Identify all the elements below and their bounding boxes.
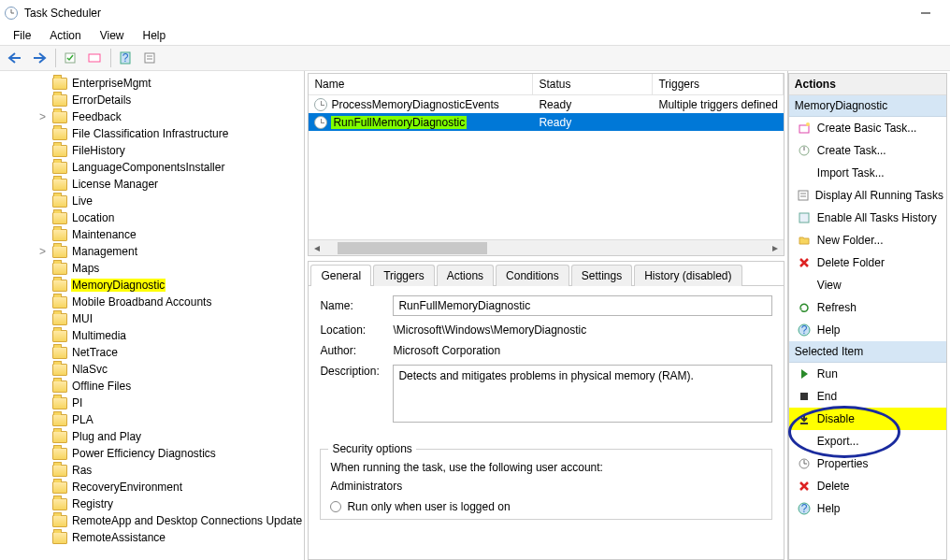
menu-view[interactable]: View [91,27,134,44]
tree-item-label: Maps [71,262,100,275]
forward-button[interactable] [28,48,50,68]
action-item-label: View [817,279,842,292]
tree-item[interactable]: MUI [0,310,304,327]
col-triggers[interactable]: Triggers [653,74,783,94]
menu-file[interactable]: File [4,27,40,44]
tab-general[interactable]: General [310,265,371,286]
tree-item[interactable]: Power Efficiency Diagnostics [0,445,304,462]
tree-item[interactable]: Mobile Broadband Accounts [0,294,304,310]
action-item[interactable]: Properties [789,452,946,475]
author-value: Microsoft Corporation [393,344,771,357]
col-name[interactable]: Name [309,74,533,94]
action-item[interactable]: Delete [789,475,946,497]
tree-item[interactable]: FileHistory [0,142,304,159]
name-field[interactable] [393,295,771,316]
toolbar-help-button[interactable]: ? [114,48,137,68]
toolbar-action-button[interactable] [59,48,81,68]
tree-item[interactable]: PI [0,395,304,411]
tree-item-label: NlaSvc [71,363,108,376]
action-item[interactable]: Create Task... [789,139,946,162]
tree-item[interactable]: PLA [0,411,304,428]
action-item[interactable]: Export... [789,430,946,452]
action-item[interactable]: View [789,274,946,296]
back-button[interactable] [4,48,26,68]
col-status[interactable]: Status [533,74,653,94]
folder-icon [52,498,67,510]
tree-item[interactable]: RecoveryEnvironment [0,479,304,495]
tree-item[interactable]: NetTrace [0,344,304,361]
action-item-label: Run [817,367,838,381]
action-item[interactable]: New Folder... [789,229,946,251]
task-row[interactable]: ProcessMemoryDiagnosticEventsReadyMultip… [309,95,783,113]
tree-item[interactable]: Multimedia [0,327,304,344]
tree-item[interactable]: Live [0,193,304,209]
tree-item[interactable]: Maintenance [0,226,304,243]
action-item[interactable]: End [789,385,946,408]
toolbar-props-button[interactable] [138,48,161,68]
tree-item-label: Mobile Broadband Accounts [71,295,212,309]
task-list-header: Name Status Triggers [309,74,783,95]
svg-text:?: ? [122,51,129,65]
scroll-right-icon[interactable]: ▸ [768,240,784,256]
menu-action[interactable]: Action [40,27,90,44]
tree-item[interactable]: RemoteApp and Desktop Connections Update [0,512,304,529]
minimize-button[interactable] [905,2,946,24]
task-list[interactable]: Name Status Triggers ProcessMemoryDiagno… [308,73,784,256]
expand-icon[interactable]: > [39,245,49,258]
scroll-thumb[interactable] [338,242,487,254]
run-only-logged-label: Run only when user is logged on [347,500,510,513]
tree-item[interactable]: Location [0,209,304,226]
run-icon [797,366,812,381]
toolbar-run-button[interactable] [83,48,106,68]
tree-item[interactable]: Maps [0,260,304,277]
description-field[interactable] [393,365,771,423]
tree-item[interactable]: >Feedback [0,108,304,125]
tree-item[interactable]: >Management [0,243,304,260]
tree-item-label: RemoteApp and Desktop Connections Update [71,514,303,527]
action-item[interactable]: Disable [789,408,946,430]
scroll-left-icon[interactable]: ◂ [309,240,324,256]
tree-item[interactable]: License Manager [0,176,304,193]
action-item[interactable]: Create Basic Task... [789,117,946,139]
folder-icon [52,111,67,123]
action-item[interactable]: Run [789,363,946,385]
horizontal-scrollbar[interactable]: ◂ ▸ [309,239,783,255]
tree-item-label: LanguageComponentsInstaller [71,161,225,174]
action-item[interactable]: Refresh [789,296,946,319]
tree-item[interactable]: EnterpriseMgmt [0,75,304,92]
tree-item[interactable]: RemoteAssistance [0,529,304,546]
action-item[interactable]: Delete Folder [789,251,946,274]
action-item-label: Properties [817,457,869,470]
action-item-label: Create Task... [817,144,886,157]
tree-item[interactable]: MemoryDiagnostic [0,277,304,294]
tab-actions[interactable]: Actions [437,265,494,286]
action-item[interactable]: Enable All Tasks History [789,207,946,229]
blank-icon [797,165,812,180]
tree-item[interactable]: File Classification Infrastructure [0,125,304,142]
tree-item[interactable]: Plug and Play [0,428,304,445]
tab-triggers[interactable]: Triggers [373,265,435,286]
action-item[interactable]: ?Help [789,497,946,520]
tab-settings[interactable]: Settings [571,265,632,286]
action-item[interactable]: Import Task... [789,162,946,184]
task-row[interactable]: RunFullMemoryDiagnosticReady [309,113,783,131]
menu-help[interactable]: Help [134,27,176,44]
action-item-label: Delete Folder [817,256,885,269]
tree-item[interactable]: Registry [0,495,304,512]
tree-item[interactable]: Ras [0,462,304,479]
tree-panel[interactable]: EnterpriseMgmtErrorDetails>FeedbackFile … [0,71,305,560]
tab-history[interactable]: History (disabled) [634,265,741,286]
radio-run-logged-on[interactable] [330,501,341,512]
action-item[interactable]: Display All Running Tasks [789,184,946,207]
tree-item[interactable]: LanguageComponentsInstaller [0,159,304,176]
tree-item[interactable]: ErrorDetails [0,92,304,108]
tree-item[interactable]: Offline Files [0,378,304,395]
tree-item-label: File Classification Infrastructure [71,127,229,140]
folder-icon [52,381,67,393]
tree-item[interactable]: NlaSvc [0,361,304,378]
svg-rect-18 [799,213,809,223]
expand-icon[interactable]: > [39,110,49,123]
svg-text:?: ? [801,502,808,515]
action-item[interactable]: ?Help [789,319,946,341]
tab-conditions[interactable]: Conditions [496,265,569,286]
